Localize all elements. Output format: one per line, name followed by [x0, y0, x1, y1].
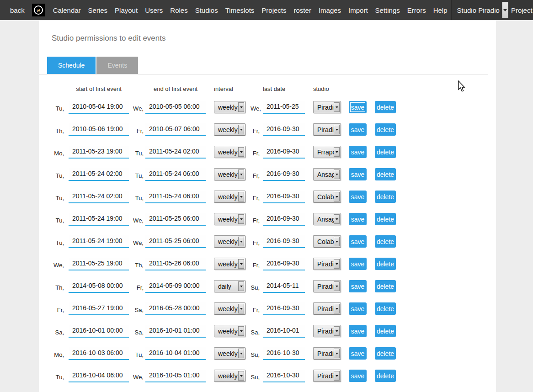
nav-item-projects[interactable]: Projects: [258, 0, 290, 20]
interval-select[interactable]: weekly: [214, 258, 245, 270]
save-button[interactable]: save: [349, 370, 367, 382]
nav-item-help[interactable]: Help: [430, 0, 451, 20]
save-button[interactable]: save: [349, 146, 367, 158]
start-datetime-input[interactable]: [69, 213, 129, 226]
last-date-input[interactable]: [263, 280, 305, 293]
save-button[interactable]: save: [349, 280, 367, 292]
start-datetime-input[interactable]: [69, 235, 129, 248]
end-datetime-input[interactable]: [145, 191, 206, 203]
last-date-input[interactable]: [263, 146, 305, 159]
interval-select[interactable]: weekly: [214, 213, 245, 225]
interval-select[interactable]: weekly: [214, 101, 245, 113]
start-datetime-input[interactable]: [69, 168, 129, 181]
chevron-down-icon[interactable]: [334, 147, 340, 157]
save-button[interactable]: save: [349, 168, 367, 180]
nav-item-import[interactable]: Import: [345, 0, 372, 20]
delete-button[interactable]: delete: [375, 101, 396, 113]
interval-select[interactable]: weekly: [214, 168, 245, 180]
start-datetime-input[interactable]: [69, 370, 129, 382]
save-button[interactable]: save: [349, 101, 367, 113]
delete-button[interactable]: delete: [375, 302, 396, 315]
last-date-input[interactable]: [263, 258, 305, 270]
nav-item-users[interactable]: Users: [141, 0, 166, 20]
delete-button[interactable]: delete: [375, 347, 396, 360]
delete-button[interactable]: delete: [375, 123, 396, 136]
start-datetime-input[interactable]: [69, 280, 129, 293]
start-datetime-input[interactable]: [69, 347, 129, 360]
interval-select[interactable]: weekly: [214, 370, 245, 382]
save-button[interactable]: save: [349, 235, 367, 248]
last-date-input[interactable]: [263, 191, 305, 203]
save-button[interactable]: save: [349, 191, 367, 203]
studio-row-select[interactable]: Piradio: [313, 258, 341, 270]
nav-item-calendar[interactable]: Calendar: [49, 0, 85, 20]
nav-item-errors[interactable]: Errors: [404, 0, 430, 20]
piradio-logo[interactable]: pi: [32, 4, 45, 16]
studio-row-select[interactable]: Piradio: [313, 101, 341, 113]
delete-button[interactable]: delete: [375, 168, 396, 180]
start-datetime-input[interactable]: [69, 325, 129, 338]
delete-button[interactable]: delete: [375, 191, 396, 203]
chevron-down-icon[interactable]: [502, 2, 508, 18]
chevron-down-icon[interactable]: [334, 237, 340, 246]
chevron-down-icon[interactable]: [238, 304, 244, 313]
delete-button[interactable]: delete: [375, 325, 396, 337]
project-select[interactable]: Project 88vier: [508, 2, 533, 18]
end-datetime-input[interactable]: [145, 302, 206, 315]
last-date-input[interactable]: [263, 347, 305, 360]
save-button[interactable]: save: [349, 123, 367, 136]
last-date-input[interactable]: [263, 370, 305, 382]
start-datetime-input[interactable]: [69, 146, 129, 159]
chevron-down-icon[interactable]: [334, 349, 340, 358]
nav-item-settings[interactable]: Settings: [372, 0, 404, 20]
start-datetime-input[interactable]: [69, 302, 129, 315]
nav-item-studios[interactable]: Studios: [192, 0, 222, 20]
interval-select[interactable]: weekly: [214, 146, 245, 158]
interval-select[interactable]: weekly: [214, 191, 245, 203]
studio-select[interactable]: Studio Piradio: [454, 2, 508, 18]
chevron-down-icon[interactable]: [238, 349, 244, 358]
chevron-down-icon[interactable]: [334, 326, 340, 336]
interval-select[interactable]: weekly: [214, 325, 245, 337]
delete-button[interactable]: delete: [375, 370, 396, 382]
chevron-down-icon[interactable]: [238, 125, 244, 134]
tab-schedule[interactable]: Schedule: [47, 57, 96, 74]
end-datetime-input[interactable]: [145, 370, 206, 382]
end-datetime-input[interactable]: [145, 347, 206, 360]
delete-button[interactable]: delete: [375, 213, 396, 225]
chevron-down-icon[interactable]: [238, 214, 244, 224]
delete-button[interactable]: delete: [375, 235, 396, 248]
interval-select[interactable]: daily: [214, 280, 245, 292]
nav-item-series[interactable]: Series: [85, 0, 112, 20]
chevron-down-icon[interactable]: [238, 259, 244, 269]
delete-button[interactable]: delete: [375, 258, 396, 270]
interval-select[interactable]: weekly: [214, 235, 245, 248]
save-button[interactable]: save: [349, 347, 367, 360]
chevron-down-icon[interactable]: [238, 371, 244, 381]
last-date-input[interactable]: [263, 325, 305, 338]
nav-item-back[interactable]: back: [6, 0, 28, 20]
save-button[interactable]: save: [349, 325, 367, 337]
chevron-down-icon[interactable]: [238, 102, 244, 112]
delete-button[interactable]: delete: [375, 146, 396, 158]
chevron-down-icon[interactable]: [238, 147, 244, 157]
interval-select[interactable]: weekly: [214, 123, 245, 136]
start-datetime-input[interactable]: [69, 101, 129, 114]
start-datetime-input[interactable]: [69, 191, 129, 203]
end-datetime-input[interactable]: [145, 146, 206, 159]
end-datetime-input[interactable]: [145, 280, 206, 293]
chevron-down-icon[interactable]: [238, 281, 244, 291]
end-datetime-input[interactable]: [145, 325, 206, 338]
chevron-down-icon[interactable]: [334, 170, 340, 179]
studio-row-select[interactable]: Ansage: [313, 168, 341, 180]
chevron-down-icon[interactable]: [238, 192, 244, 201]
delete-button[interactable]: delete: [375, 280, 396, 292]
end-datetime-input[interactable]: [145, 258, 206, 270]
end-datetime-input[interactable]: [145, 235, 206, 248]
interval-select[interactable]: weekly: [214, 302, 245, 315]
end-datetime-input[interactable]: [145, 123, 206, 136]
chevron-down-icon[interactable]: [334, 259, 340, 269]
chevron-down-icon[interactable]: [334, 371, 340, 381]
tab-events[interactable]: Events: [96, 57, 138, 74]
studio-row-select[interactable]: Piradio: [313, 280, 341, 292]
